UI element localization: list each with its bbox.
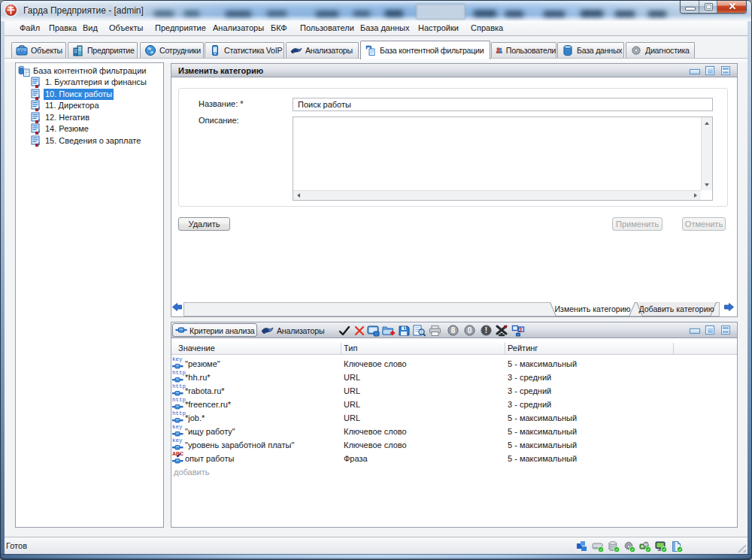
svg-text:?: ? [644,542,647,546]
